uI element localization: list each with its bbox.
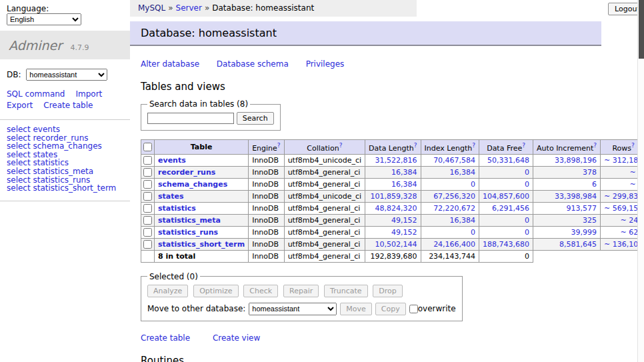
copy-button[interactable]: Copy xyxy=(375,303,406,315)
auto-increment-link[interactable]: 913,577 xyxy=(537,204,597,213)
language-label: Language: xyxy=(7,4,49,13)
vertical-scrollbar[interactable] xyxy=(637,0,644,362)
repair-button[interactable]: Repair xyxy=(283,285,319,297)
index-length-link[interactable]: 67,256,320 xyxy=(425,192,476,201)
auto-increment-link[interactable]: 325 xyxy=(537,216,597,225)
row-checkbox[interactable] xyxy=(143,168,152,177)
table-row: statistics_short_term InnoDB utf8mb4_gen… xyxy=(141,238,644,250)
help-icon[interactable]: ? xyxy=(472,142,475,149)
language-row: Language: English xyxy=(0,0,130,28)
selected-fieldset: Selected (0) Analyze Optimize Check Repa… xyxy=(141,272,463,321)
row-checkbox[interactable] xyxy=(143,156,152,165)
db-select[interactable]: homeassistant xyxy=(26,69,107,81)
alter-database-link[interactable]: Alter database xyxy=(141,59,199,69)
auto-increment-link[interactable]: 8,581,645 xyxy=(537,240,597,249)
optimize-button[interactable]: Optimize xyxy=(193,285,238,297)
data-free-link[interactable]: 0 xyxy=(483,168,529,177)
page-title: Database: homeassistant xyxy=(130,21,601,46)
search-input[interactable] xyxy=(147,113,234,124)
data-length-link[interactable]: 10,502,144 xyxy=(369,240,417,249)
overwrite-checkbox[interactable] xyxy=(409,305,418,313)
data-free-link[interactable]: 0 xyxy=(483,216,529,225)
data-free-link[interactable]: 0 xyxy=(483,228,529,237)
breadcrumb-mysql-link[interactable]: MySQL xyxy=(138,3,165,13)
data-free-link[interactable]: 0 xyxy=(483,180,529,189)
help-icon[interactable]: ? xyxy=(414,142,417,149)
create-table-link[interactable]: Create table xyxy=(43,101,93,110)
index-length-link[interactable]: 16,384 xyxy=(425,216,476,225)
auto-increment-link[interactable]: 33,898,196 xyxy=(537,156,597,165)
auto-increment-link[interactable]: 33,398,984 xyxy=(537,192,597,201)
engine-cell: InnoDB xyxy=(249,238,284,250)
truncate-button[interactable]: Truncate xyxy=(324,285,367,297)
table-name-link[interactable]: recorder_runs xyxy=(158,168,215,177)
row-checkbox[interactable] xyxy=(143,240,152,249)
total-row: 8 in total InnoDB utf8mb4_general_ci 192… xyxy=(141,250,644,262)
table-name-link[interactable]: statistics_short_term xyxy=(158,240,245,249)
auto-increment-link[interactable]: 378 xyxy=(537,168,597,177)
row-checkbox[interactable] xyxy=(143,216,152,225)
data-length-link[interactable]: 49,152 xyxy=(369,216,417,225)
database-schema-link[interactable]: Database schema xyxy=(217,59,289,69)
index-length-link[interactable]: 0 xyxy=(425,180,476,189)
data-length-link[interactable]: 16,384 xyxy=(369,180,417,189)
data-length-link[interactable]: 16,384 xyxy=(369,168,417,177)
move-row: Move to other database: homeassistant Mo… xyxy=(147,303,456,315)
create-view-link[interactable]: Create view xyxy=(213,333,260,343)
move-button[interactable]: Move xyxy=(340,303,372,315)
row-checkbox[interactable] xyxy=(143,180,152,189)
search-button[interactable]: Search xyxy=(237,112,274,125)
index-length-link[interactable]: 16,384 xyxy=(425,168,476,177)
data-free-link[interactable]: 104,857,600 xyxy=(483,192,529,201)
select-all-checkbox[interactable] xyxy=(143,143,152,151)
sidebar-table-item: select statistics_short_term xyxy=(7,184,130,193)
index-length-link[interactable]: 72,220,672 xyxy=(425,204,476,213)
breadcrumb-server-link[interactable]: Server xyxy=(176,3,202,13)
table-row: events InnoDB utf8mb4_unicode_ci 31,522,… xyxy=(141,154,644,166)
help-icon[interactable]: ? xyxy=(631,142,635,149)
help-icon[interactable]: ? xyxy=(522,142,525,149)
collation-cell: utf8mb4_general_ci xyxy=(284,202,365,214)
export-link[interactable]: Export xyxy=(7,101,33,110)
index-length-link[interactable]: 70,467,584 xyxy=(425,156,476,165)
auto-increment-link[interactable]: 6 xyxy=(537,180,597,189)
row-checkbox[interactable] xyxy=(143,228,152,237)
sql-command-link[interactable]: SQL command xyxy=(7,89,65,99)
table-name-link[interactable]: statistics xyxy=(158,204,196,213)
privileges-link[interactable]: Privileges xyxy=(306,59,345,69)
index-length-link[interactable]: 0 xyxy=(425,228,476,237)
help-icon[interactable]: ? xyxy=(339,142,343,149)
create-table-link-bottom[interactable]: Create table xyxy=(141,333,190,343)
help-icon[interactable]: ? xyxy=(593,142,597,149)
table-name-link[interactable]: events xyxy=(158,156,186,165)
auto-increment-link[interactable]: 39,999 xyxy=(537,228,597,237)
index-length-link[interactable]: 24,166,400 xyxy=(425,240,476,249)
data-length-link[interactable]: 101,859,328 xyxy=(369,192,417,201)
analyze-button[interactable]: Analyze xyxy=(147,285,188,297)
engine-cell: InnoDB xyxy=(249,154,284,166)
data-length-link[interactable]: 48,824,320 xyxy=(369,204,417,213)
move-database-select[interactable]: homeassistant xyxy=(249,303,337,315)
help-icon[interactable]: ? xyxy=(277,142,281,149)
total-data-length: 192,839,680 xyxy=(365,250,421,262)
row-checkbox[interactable] xyxy=(143,204,152,213)
language-select[interactable]: English xyxy=(7,13,81,25)
drop-button[interactable]: Drop xyxy=(373,285,402,297)
data-free-link[interactable]: 188,743,680 xyxy=(483,240,529,249)
table-name-link[interactable]: schema_changes xyxy=(158,180,227,189)
table-name-link[interactable]: statistics_runs xyxy=(158,228,218,237)
data-free-link[interactable]: 50,331,648 xyxy=(483,156,529,165)
row-checkbox[interactable] xyxy=(143,192,152,201)
data-length-link[interactable]: 31,522,816 xyxy=(369,156,417,165)
scrollbar-thumb[interactable] xyxy=(639,0,644,59)
import-link[interactable]: Import xyxy=(75,89,102,99)
select-link[interactable]: select xyxy=(7,183,31,193)
table-link[interactable]: statistics_short_term xyxy=(33,183,116,193)
engine-cell: InnoDB xyxy=(249,202,284,214)
collation-cell: utf8mb4_general_ci xyxy=(284,226,365,238)
table-name-link[interactable]: states xyxy=(158,192,184,201)
table-name-link[interactable]: statistics_meta xyxy=(158,216,221,225)
data-free-link[interactable]: 6,291,456 xyxy=(483,204,529,213)
data-length-link[interactable]: 49,152 xyxy=(369,228,417,237)
check-button[interactable]: Check xyxy=(243,285,278,297)
